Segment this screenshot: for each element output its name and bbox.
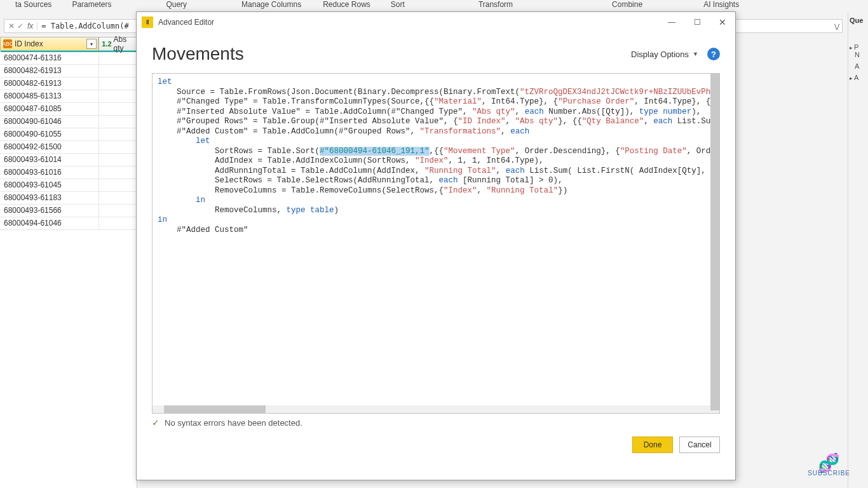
- minimize-button[interactable]: —: [659, 12, 684, 32]
- dna-icon: 🧬: [808, 457, 850, 470]
- cell-id-index: 68000487-61085: [0, 103, 98, 115]
- query-name-title: Movements: [152, 44, 244, 64]
- ribbon-tab[interactable]: Query: [161, 0, 192, 9]
- ribbon-tabs: ta Sources Parameters Query Manage Colum…: [0, 0, 868, 11]
- cell-id-index: 68000493-61566: [0, 205, 98, 217]
- table-row[interactable]: 68000490-61046: [0, 116, 137, 128]
- dialog-titlebar[interactable]: ⫴ Advanced Editor — ☐ ✕: [137, 12, 735, 32]
- formula-text[interactable]: = Table.AddColumn(#: [41, 22, 128, 30]
- ribbon-tab[interactable]: Manage Columns: [236, 0, 306, 9]
- chevron-down-icon: ▼: [693, 51, 698, 57]
- subscribe-label: SUBSCRIBE: [808, 470, 850, 477]
- table-row[interactable]: 68000485-61313: [0, 90, 137, 103]
- column-filter-dropdown[interactable]: ▾: [86, 39, 97, 49]
- editor-vertical-scrollbar[interactable]: [710, 74, 719, 413]
- cell-id-index: 68000493-61014: [0, 154, 98, 166]
- cell-abs-qty: [98, 217, 137, 229]
- cell-abs-qty: [98, 166, 137, 179]
- subscribe-watermark: 🧬 SUBSCRIBE: [808, 457, 850, 477]
- cell-id-index: 68000493-61045: [0, 179, 98, 191]
- panel-header: Que: [850, 17, 867, 24]
- cell-id-index: 68000485-61313: [0, 90, 98, 102]
- cell-id-index: 68000482-61913: [0, 78, 98, 90]
- advanced-editor-dialog: ⫴ Advanced Editor — ☐ ✕ Movements Displa…: [136, 11, 736, 480]
- ribbon-tab[interactable]: Sort: [386, 0, 410, 9]
- table-row[interactable]: 68000474-61316: [0, 52, 137, 65]
- table-row[interactable]: 68000493-61014: [0, 154, 137, 166]
- display-options-dropdown[interactable]: Display Options ▼: [631, 50, 698, 59]
- status-text: No syntax errors have been detected.: [165, 418, 302, 428]
- data-grid: ABC ID Index ▾ 1.2 Abs qty 68000474-6131…: [0, 37, 137, 488]
- table-row[interactable]: 68000482-61913: [0, 65, 137, 78]
- expand-formula-icon[interactable]: ⋁: [834, 23, 839, 30]
- dialog-window-title: Advanced Editor: [158, 18, 214, 27]
- syntax-status: ✓ No syntax errors have been detected.: [152, 414, 720, 431]
- cell-id-index: 68000492-61500: [0, 141, 98, 153]
- table-row[interactable]: 68000493-61016: [0, 166, 137, 179]
- text-type-icon: ABC: [3, 39, 12, 48]
- table-row[interactable]: 68000493-61045: [0, 179, 137, 192]
- cell-id-index: 68000474-61316: [0, 52, 98, 64]
- cell-id-index: 68000493-61183: [0, 192, 98, 204]
- cell-abs-qty: [98, 141, 137, 153]
- check-icon: ✓: [152, 417, 159, 428]
- cell-abs-qty: [98, 205, 137, 217]
- ribbon-tab[interactable]: Transform: [473, 0, 518, 9]
- ribbon-tab[interactable]: Parameters: [67, 0, 116, 9]
- table-row[interactable]: 68000493-61566: [0, 205, 137, 217]
- close-button[interactable]: ✕: [710, 12, 735, 32]
- cell-id-index: 68000494-61046: [0, 217, 98, 229]
- cell-abs-qty: [98, 116, 137, 128]
- ribbon-tab[interactable]: AI Insights: [698, 0, 744, 9]
- app-logo-icon: ⫴: [142, 17, 153, 28]
- cancel-formula-icon[interactable]: ✕: [8, 22, 15, 30]
- cell-abs-qty: [98, 65, 137, 77]
- column-header-label: ID Index: [15, 39, 43, 48]
- cell-abs-qty: [98, 128, 137, 140]
- column-header-abs-qty[interactable]: 1.2 Abs qty: [98, 37, 137, 51]
- table-row[interactable]: 68000492-61500: [0, 141, 137, 154]
- cell-id-index: 68000490-61046: [0, 116, 98, 128]
- cell-abs-qty: [98, 90, 137, 102]
- query-settings-pane: Que ▸P N A ▸A: [848, 13, 868, 488]
- table-row[interactable]: 68000487-61085: [0, 103, 137, 116]
- cell-id-index: 68000482-61913: [0, 65, 98, 77]
- cell-id-index: 68000490-61055: [0, 128, 98, 140]
- decimal-type-icon: 1.2: [102, 40, 111, 48]
- editor-horizontal-scrollbar[interactable]: [153, 405, 710, 413]
- column-header-label: Abs qty: [114, 35, 133, 53]
- column-header-id-index[interactable]: ABC ID Index ▾: [0, 37, 98, 51]
- table-row[interactable]: 68000493-61183: [0, 192, 137, 205]
- cell-abs-qty: [98, 103, 137, 115]
- cancel-button[interactable]: Cancel: [679, 437, 720, 453]
- accept-formula-icon[interactable]: ✓: [17, 22, 24, 30]
- ribbon-tab[interactable]: ta Sources: [10, 0, 57, 9]
- cell-abs-qty: [98, 179, 137, 191]
- cell-abs-qty: [98, 78, 137, 90]
- done-button[interactable]: Done: [632, 437, 673, 453]
- cell-id-index: 68000493-61016: [0, 166, 98, 179]
- cell-abs-qty: [98, 192, 137, 204]
- table-row[interactable]: 68000482-61913: [0, 78, 137, 90]
- ribbon-tab[interactable]: Reduce Rows: [318, 0, 376, 9]
- ribbon-tab[interactable]: Combine: [607, 0, 648, 9]
- table-row[interactable]: 68000490-61055: [0, 128, 137, 141]
- help-icon[interactable]: ?: [707, 48, 720, 60]
- fx-label: fx: [27, 22, 37, 30]
- code-editor[interactable]: let Source = Table.FromRows(Json.Documen…: [152, 73, 720, 414]
- maximize-button[interactable]: ☐: [684, 12, 710, 32]
- cell-abs-qty: [98, 154, 137, 166]
- cell-abs-qty: [98, 52, 137, 64]
- table-row[interactable]: 68000494-61046: [0, 217, 137, 230]
